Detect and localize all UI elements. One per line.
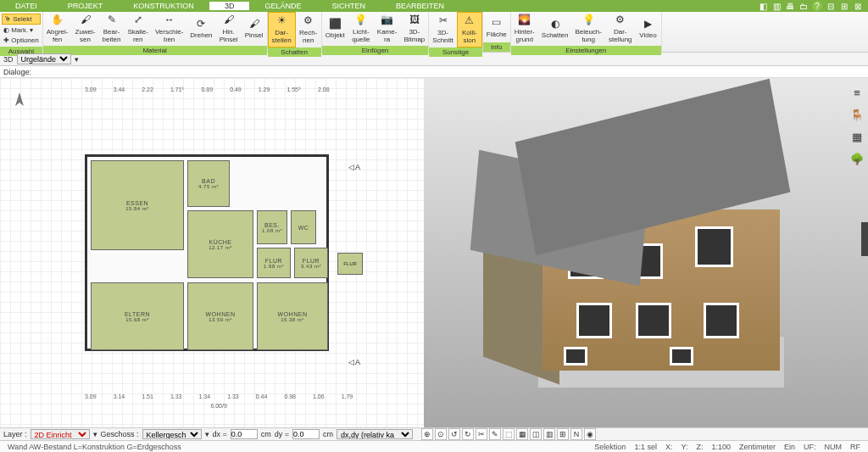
ribbon-schatten[interactable]: ◐Schatten [538, 12, 572, 46]
ribbon-drehen[interactable]: ⟳Drehen [186, 12, 215, 46]
3d-label: 3D [3, 55, 14, 64]
bb-icon-6[interactable]: ⬚ [503, 428, 515, 440]
panel-handle[interactable] [861, 222, 868, 256]
ribbon-zuwei[interactable]: 🖌Zuwei-sen [72, 12, 99, 46]
menu-gelaende[interactable]: GELÄNDE [249, 2, 316, 10]
menu-sichten[interactable]: SICHTEN [316, 2, 381, 10]
section-a-top: A [348, 163, 360, 171]
ribbon-kolli[interactable]: ⚠Kolli-sion [457, 12, 482, 47]
room-flur[interactable]: FLUR3.43 m² [294, 248, 328, 278]
geschoss-label: Geschoss : [101, 430, 139, 438]
ribbon-rech[interactable]: ⚙Rech-nen [296, 12, 321, 47]
bb-icon-8[interactable]: ◫ [530, 428, 542, 440]
ribbon-dar[interactable]: ⚙Dar-stellung [605, 12, 636, 46]
bb-icon-3[interactable]: ↻ [462, 428, 474, 440]
mark-button[interactable]: ◐ Mark. ▾ [2, 25, 41, 35]
bottombar: Layer : 2D Einricht▾ Geschoss : Kellerge… [0, 427, 868, 440]
ribbon-dar[interactable]: ☀Dar-stellen [268, 12, 296, 47]
room-bes.[interactable]: BES.1.08 m² [257, 210, 287, 244]
ribbon: 🖰 Selekt ◐ Mark. ▾ ✚ Optionen Auswahl ✋A… [0, 12, 868, 53]
layer-sel[interactable]: 2D Einricht [31, 429, 90, 439]
ribbon-licht[interactable]: 💡Licht-quelle [348, 12, 374, 46]
tree-icon[interactable]: 🌳 [849, 151, 865, 166]
room-wohnen[interactable]: WOHNEN13.59 m² [187, 282, 253, 350]
dx-input[interactable] [231, 429, 258, 439]
room-bad[interactable]: BAD4.75 m² [187, 160, 230, 207]
title-icon-8[interactable]: ⊠ [853, 1, 863, 11]
palette-icon[interactable]: ▦ [849, 129, 865, 144]
title-icon-6[interactable]: ⊟ [826, 1, 836, 11]
3d-viewport[interactable]: ≡ 🪑 ▦ 🌳 [424, 78, 868, 427]
geschoss-sel[interactable]: Kellergesch [142, 429, 202, 439]
optionen-button[interactable]: ✚ Optionen [2, 36, 41, 45]
title-icon-4[interactable]: 🗀 [798, 1, 809, 11]
dims-top: 3.093.442.221.71⁵0.890.491.291.55⁵2.08 [76, 86, 338, 112]
bb-icon-9[interactable]: ▥ [543, 428, 555, 440]
room-wohnen[interactable]: WOHNEN15.38 m² [257, 282, 328, 350]
statusbar: Wand AW-Bestand L=Konstruktion G=Erdgesc… [0, 440, 868, 452]
bb-icon-0[interactable]: ⊕ [421, 428, 433, 440]
bb-icon-12[interactable]: ◉ [584, 428, 596, 440]
floor-plan[interactable]: ESSEN15.84 m²BAD4.75 m²KÜCHE12.17 m²BES.… [85, 154, 329, 351]
ribbon-skalie[interactable]: ⤢Skalie-ren [125, 12, 152, 46]
section-a-bottom: A [348, 358, 360, 366]
bb-icon-4[interactable]: ✂ [476, 428, 487, 440]
ribbon-kame[interactable]: 📷Kame-ra [374, 12, 401, 46]
compass-icon [7, 91, 32, 116]
status-left: Wand AW-Bestand L=Konstruktion G=Erdgesc… [8, 443, 181, 451]
ribbon-hin[interactable]: 🖌Hin.Pinsel [216, 12, 242, 46]
layer-select[interactable]: Urgelände [17, 53, 71, 64]
layer-label: Layer : [3, 430, 27, 438]
ribbon-verschie[interactable]: ↔Verschie-ben [152, 12, 186, 46]
ribbon-beleuch[interactable]: 💡Beleuch-tung [571, 12, 605, 46]
mode-sel[interactable]: dx,dy (relativ ka [337, 429, 413, 439]
title-icon-2[interactable]: ▥ [771, 1, 782, 11]
flur-ext: FLUR [337, 253, 363, 275]
workspace: 3.093.442.221.71⁵0.890.491.291.55⁵2.08 3… [0, 78, 868, 427]
ribbon-hinter[interactable]: 🌄Hinter-grund [511, 12, 538, 46]
2d-viewport[interactable]: 3.093.442.221.71⁵0.890.491.291.55⁵2.08 3… [0, 78, 424, 427]
ribbon-flche[interactable]: ▭Fläche [483, 12, 510, 42]
ribbon-video[interactable]: ▶Video [636, 12, 661, 46]
title-icon-1[interactable]: ◧ [758, 1, 768, 11]
dropdown-icon[interactable]: ▾ [75, 55, 79, 64]
selekt-button[interactable]: 🖰 Selekt [2, 14, 41, 25]
ribbon-objekt[interactable]: ⬛Objekt [322, 12, 348, 46]
bb-icon-1[interactable]: ⊙ [435, 428, 447, 440]
dims-bottom: 3.093.141.511.331.341.330.440.981.061.79… [76, 393, 361, 419]
bb-icon-11[interactable]: N [570, 428, 582, 440]
menu-3d[interactable]: 3D [209, 2, 250, 10]
bb-icon-5[interactable]: ✎ [489, 428, 501, 440]
bb-icon-10[interactable]: ⊞ [557, 428, 569, 440]
room-wc[interactable]: WC [291, 210, 316, 244]
room-küche[interactable]: KÜCHE12.17 m² [187, 210, 253, 278]
menubar: DATEI PROJEKT KONSTRUKTION 3D GELÄNDE SI… [0, 0, 868, 12]
title-icon-3[interactable]: 🖶 [785, 1, 795, 11]
ribbon-d[interactable]: 🖼3D-Bitmap [400, 12, 428, 46]
ribbon-abgrei[interactable]: ✋Abgrei-fen [43, 12, 72, 46]
menu-bearbeiten[interactable]: BEARBEITEN [381, 2, 459, 10]
title-icon-7[interactable]: ⊞ [839, 1, 849, 11]
bb-icon-2[interactable]: ↺ [448, 428, 460, 440]
help-icon[interactable]: ? [812, 1, 822, 11]
house-3d [475, 99, 831, 413]
menu-projekt[interactable]: PROJEKT [53, 2, 119, 10]
room-flur[interactable]: FLUR1.98 m² [257, 248, 291, 278]
svg-marker-0 [15, 92, 24, 106]
menu-datei[interactable]: DATEI [0, 2, 53, 10]
menu-konstruktion[interactable]: KONSTRUKTION [118, 2, 209, 10]
ribbon-pinsel[interactable]: 🖌Pinsel [242, 12, 267, 46]
ribbon-bear[interactable]: ✎Bear-beiten [99, 12, 125, 46]
ribbon-d[interactable]: ✂3D-Schnitt [429, 12, 456, 47]
room-essen[interactable]: ESSEN15.84 m² [91, 160, 184, 250]
dialog-bar: Dialoge: [0, 66, 868, 78]
dy-input[interactable] [292, 429, 320, 439]
furniture-icon[interactable]: 🪑 [849, 107, 865, 122]
layers-icon[interactable]: ≡ [849, 85, 865, 100]
bb-icon-7[interactable]: ▦ [516, 428, 528, 440]
room-eltern[interactable]: ELTERN15.68 m² [91, 282, 184, 350]
side-toolbar: ≡ 🪑 ▦ 🌳 [849, 85, 865, 166]
